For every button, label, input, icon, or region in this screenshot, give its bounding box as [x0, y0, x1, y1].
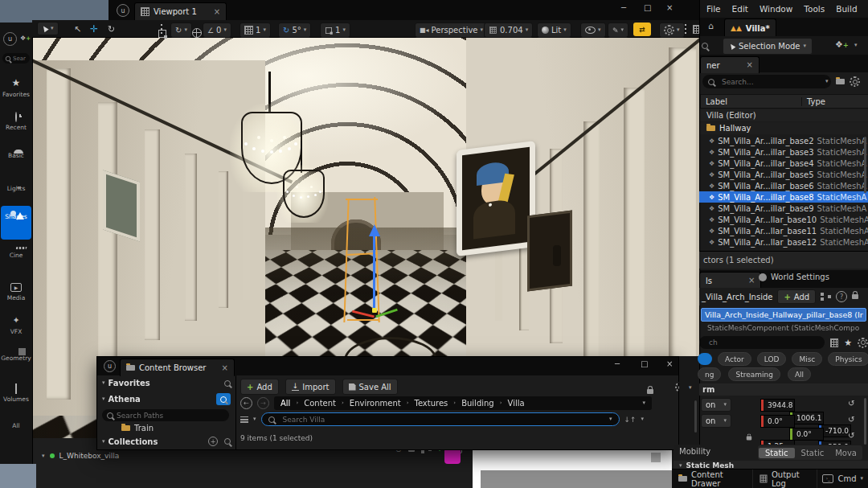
- sidebar-item-cine[interactable]: Cine: [0, 249, 32, 259]
- rotation-x-field[interactable]: 0.0°: [760, 415, 795, 428]
- sidebar-item-all[interactable]: All: [0, 418, 32, 429]
- sidebar-item-recent[interactable]: Recent: [0, 113, 32, 131]
- add-button[interactable]: +Add: [240, 379, 279, 395]
- component-row-sub[interactable]: StaticMeshComponent (StaticMeshCompo: [701, 323, 866, 332]
- position-snap[interactable]: ∠0▾: [203, 23, 231, 38]
- outliner-settings-icon[interactable]: [850, 76, 860, 87]
- add-actor-icon[interactable]: ❖+: [20, 35, 31, 42]
- sort-icon[interactable]: ↓↑: [624, 416, 637, 424]
- sidebar-item-shapes[interactable]: Shapes: [0, 211, 32, 220]
- athena-section[interactable]: ▾Athena: [102, 393, 231, 405]
- outliner-row[interactable]: ❖SM_Villa_Ar...illar_base3StaticMeshA: [699, 146, 868, 158]
- asset-search-box[interactable]: ▾: [261, 412, 620, 426]
- new-folder-icon[interactable]: [836, 79, 845, 84]
- grid-snap[interactable]: 1▾: [240, 23, 271, 38]
- sidebar-item-favorites[interactable]: ★Favorites: [0, 77, 32, 98]
- viewport-tab[interactable]: Viewport 1 ×: [134, 2, 227, 20]
- selection-mode-dropdown[interactable]: Selection Mode ▾: [723, 38, 813, 55]
- outliner-folder-row[interactable]: Hallway: [700, 122, 868, 134]
- chip-actor[interactable]: Actor: [718, 352, 751, 366]
- search-paths-box[interactable]: Search Paths: [102, 409, 229, 421]
- breadcrumb-item[interactable]: Building: [461, 399, 494, 408]
- search-icon[interactable]: [224, 380, 231, 387]
- menu-edit[interactable]: Edit: [732, 4, 748, 14]
- outliner-row-selected[interactable]: ❖SM_Villa_Ar...illar_base8StaticMeshA: [699, 191, 868, 203]
- gizmo-x-axis[interactable]: [352, 310, 375, 318]
- brush-dropdown[interactable]: ✎▾: [608, 23, 628, 38]
- chip-streaming[interactable]: Streaming: [728, 367, 780, 381]
- import-button[interactable]: ↓Import: [285, 379, 336, 395]
- rotation-dropdown[interactable]: on▾: [701, 414, 731, 428]
- move-tool[interactable]: ✛: [90, 23, 98, 35]
- perspective-dropdown[interactable]: ■◂Perspective▾: [415, 23, 488, 38]
- small-gray-button[interactable]: [651, 453, 661, 462]
- back-icon[interactable]: ←: [240, 397, 252, 409]
- chevron-down-icon[interactable]: ▾: [609, 416, 612, 422]
- menu-file[interactable]: File: [706, 4, 721, 14]
- chevron-down-icon[interactable]: ▾: [860, 476, 863, 482]
- chip-misc[interactable]: Misc: [792, 352, 822, 366]
- column-label[interactable]: Label: [701, 97, 727, 106]
- minimize-icon[interactable]: ─: [615, 359, 620, 368]
- chevron-down-icon[interactable]: ▾: [854, 43, 858, 48]
- outliner-row[interactable]: ❖SM_Villa_Ar...illar_base6StaticMeshA: [699, 180, 868, 191]
- favorite-star-icon[interactable]: ★: [844, 338, 852, 348]
- close-icon[interactable]: ×: [748, 277, 755, 285]
- content-drawer-button[interactable]: Content Drawer: [672, 470, 753, 488]
- forward-icon[interactable]: →: [257, 397, 269, 409]
- gizmo-z-axis[interactable]: [373, 236, 375, 310]
- scrollbar-thumb[interactable]: [694, 400, 697, 433]
- clipped-tool-icon[interactable]: [702, 43, 708, 49]
- save-all-button[interactable]: Save All: [342, 379, 398, 395]
- close-icon[interactable]: ×: [666, 3, 673, 12]
- asset-search-input[interactable]: [279, 414, 605, 424]
- outliner-row[interactable]: ❖SM_Villa_Ar...illar_base5StaticMeshA: [699, 169, 868, 180]
- sidebar-item-volumes[interactable]: Volumes: [0, 384, 32, 403]
- add-actor-icon[interactable]: ❖+: [835, 39, 849, 50]
- outliner-row[interactable]: ❖SM_Villa_Ar...illar_base2StaticMeshA: [699, 135, 868, 146]
- location-dropdown[interactable]: on▾: [701, 398, 731, 412]
- rotation-snap[interactable]: ↻5°▾: [278, 23, 311, 38]
- viewport-settings-dropdown[interactable]: ▾: [659, 23, 685, 38]
- outliner-world-row[interactable]: Villa (Editor): [700, 109, 868, 121]
- chip-clipped[interactable]: ng: [698, 367, 721, 381]
- location-x-field[interactable]: 3944.8: [760, 399, 795, 412]
- sidebar-item-geometry[interactable]: Geometry: [0, 351, 32, 362]
- uniform-scale-lock-icon[interactable]: [747, 437, 751, 441]
- gizmo-y-axis[interactable]: [375, 309, 397, 318]
- level-asset-row[interactable]: ▾ L_Whitebox_villa: [42, 452, 119, 460]
- unlock-icon[interactable]: [852, 294, 858, 299]
- menu-build[interactable]: Build: [836, 4, 857, 14]
- maximize-icon[interactable]: □: [644, 3, 651, 12]
- breadcrumb-item[interactable]: Content: [304, 399, 336, 408]
- breadcrumb-item[interactable]: Environment: [350, 399, 401, 408]
- mobility-movable[interactable]: Mova: [830, 448, 862, 458]
- search-toggle-active[interactable]: [216, 393, 231, 405]
- home-icon[interactable]: ⌂: [708, 21, 714, 31]
- menu-window[interactable]: Window: [760, 4, 792, 14]
- gizmo-origin[interactable]: [372, 308, 377, 313]
- outliner-row[interactable]: ❖SM_Villa_Ar...llar_base12StaticMeshA: [699, 236, 868, 248]
- level-tab[interactable]: ▲▲ Villa*: [724, 18, 776, 37]
- mobility-static-selected[interactable]: Static: [759, 448, 795, 458]
- unlock-icon[interactable]: [647, 389, 653, 394]
- outliner-search-input[interactable]: [718, 76, 822, 87]
- mobility-stationary[interactable]: Static: [796, 448, 829, 458]
- details-search-box[interactable]: [699, 336, 825, 349]
- world-settings-tab[interactable]: World Settings: [759, 273, 829, 281]
- show-flags-dropdown[interactable]: ▾: [580, 23, 606, 38]
- reset-icon[interactable]: ↺: [848, 415, 854, 424]
- minimize-icon[interactable]: ─: [621, 3, 626, 12]
- column-type[interactable]: Type: [801, 97, 868, 106]
- chip-physics[interactable]: Physics: [828, 352, 868, 366]
- breadcrumb-item[interactable]: Villa: [508, 399, 525, 408]
- favorites-section[interactable]: ▾Favorites: [102, 379, 231, 388]
- scale-snap[interactable]: 1▾: [320, 23, 350, 38]
- reset-icon[interactable]: ↺: [848, 431, 854, 440]
- lit-mode-dropdown[interactable]: Lit▾: [537, 23, 571, 38]
- more-icon[interactable]: [685, 24, 686, 34]
- gizmo-z-arrowhead[interactable]: [369, 224, 380, 236]
- more-options-icon[interactable]: [161, 24, 162, 34]
- menu-tools[interactable]: Tools: [804, 4, 825, 14]
- content-browser-tab[interactable]: Content Browser ×: [120, 359, 235, 376]
